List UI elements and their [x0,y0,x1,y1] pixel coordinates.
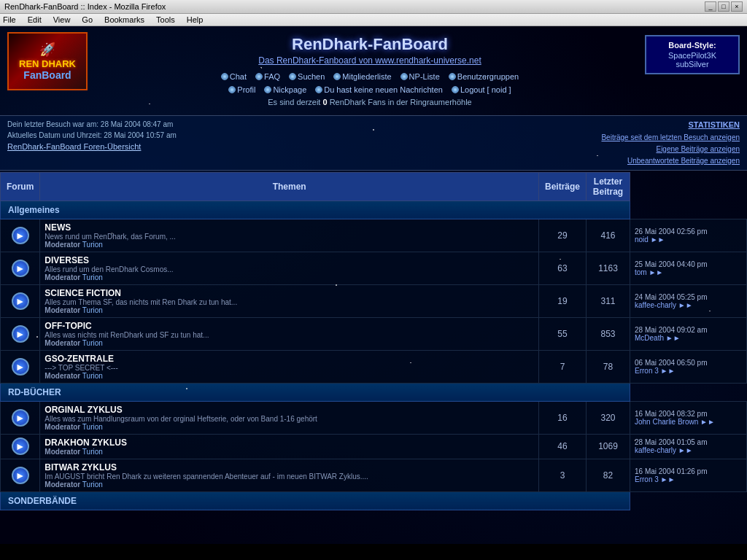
menu-edit[interactable]: Edit [28,15,42,24]
forum-desc: News rund um RenDhark, das Forum, ... [44,233,534,241]
moderator-link[interactable]: Turion [82,241,103,249]
last-visit-text: Dein letzter Besuch war am: 28 Mai 2004 … [7,119,177,130]
statistics-link[interactable]: STATISTIKEN [689,120,740,129]
menu-file[interactable]: File [3,15,16,24]
nav-np-liste[interactable]: NP-Liste [398,71,443,82]
unanswered-link[interactable]: Unbeantwortete Beiträge anzeigen [627,157,740,165]
last-post-cell: 24 Mai 2004 05:25 pm kaffee-charly ►► [630,284,747,317]
nav-dot-nachrichten [315,86,322,93]
forum-icon-cell: ► [1,284,40,317]
nav-dot-faq [255,73,263,80]
menu-go[interactable]: Go [82,15,93,24]
arrow-icon: ► [15,361,26,373]
post-arrow: ►► [661,367,676,375]
nav-suchen[interactable]: Suchen [286,71,328,82]
own-posts-link[interactable]: Eigene Beiträge anzeigen [656,145,740,153]
logo-text-line2: FanBoard [23,69,71,81]
menu-bookmarks[interactable]: Bookmarks [104,15,144,24]
forum-name[interactable]: DRAKHON ZYKLUS [44,438,534,448]
menu-view[interactable]: View [53,15,71,24]
forum-name[interactable]: GSO-ZENTRALE [44,354,534,364]
beitraege-count: 1163 [587,252,630,284]
new-posts-link[interactable]: Beiträge seit dem letzten Besuch anzeige… [601,133,740,141]
last-post-user-link[interactable]: John Charlie Brown [635,418,698,426]
table-row: ► ORGINAL ZYKLUS Alles was zum Handlungs… [1,401,747,434]
nav-dot-suchen [289,73,296,80]
section-header-rd-b-cher: RD-BÜCHER [1,383,747,401]
site-subtitle[interactable]: Das RenDhark-Fanboard von www.rendhark-u… [102,55,638,66]
forum-name[interactable]: ORGINAL ZYKLUS [44,405,534,415]
nav-logout[interactable]: Logout [ noid ] [449,85,514,95]
nav-nickpage[interactable]: Nickpage [261,85,309,95]
forum-moderator: Moderator Turion [44,339,534,347]
nav-logout-label: Logout [ noid ] [460,85,511,94]
forum-icon-cell: ► [1,401,40,434]
last-post-user-link[interactable]: Erron 3 [635,475,659,483]
maximize-button[interactable]: □ [718,1,729,12]
forum-table: Forum Themen Beiträge Letzter Beitrag Al… [0,172,747,510]
forum-icon: ► [12,260,29,277]
moderator-link[interactable]: Turion [82,372,103,380]
themen-count: 46 [538,434,586,459]
forum-name[interactable]: BITWAR ZYKLUS [44,462,534,472]
beitraege-count: 82 [587,459,630,491]
beitraege-count: 320 [587,401,630,434]
forum-info-cell: OFF-TOPIC Alles was nichts mit RenDhark … [40,317,539,350]
last-post-user-link[interactable]: kaffee-charly [635,446,676,454]
beitraege-count: 1069 [587,434,630,459]
forum-icon-cell: ► [1,434,40,459]
post-arrow: ►► [678,301,693,309]
nav-nickpage-label: Nickpage [273,85,306,94]
nav-chat[interactable]: Chat [218,71,249,82]
nav-profil-label: Profil [237,85,255,94]
forum-name[interactable]: OFF-TOPIC [44,321,534,331]
forum-icon: ► [12,409,29,427]
nav-links-row2: Profil Nickpage Du hast keine neuen Nach… [102,85,638,95]
section-header-sonderb-nde: SONDERBÄNDE [1,491,747,510]
nav-benutzergruppen[interactable]: Benutzergruppen [446,71,522,82]
nav-mitgliederliste[interactable]: Mitgliederliste [330,71,394,82]
board-style-box: Board-Style: SpacePilot3K subSilver [645,35,740,74]
arrow-icon: ► [15,470,26,481]
close-button[interactable]: × [731,1,743,12]
table-row: ► DRAKHON ZYKLUS Moderator Turion 46 106… [1,434,747,459]
forum-name[interactable]: NEWS [44,222,534,233]
last-post-user-link[interactable]: tom [635,268,647,276]
moderator-link[interactable]: Turion [82,448,103,456]
beitraege-count: 853 [587,317,630,350]
nav-nachrichten[interactable]: Du hast keine neuen Nachrichten [312,85,446,95]
moderator-link[interactable]: Turion [82,481,103,489]
forum-desc: Alles zum Thema SF, das nichts mit Ren D… [44,298,534,306]
forum-name[interactable]: SCIENCE FICTION [44,288,534,298]
table-row: ► NEWS News rund um RenDhark, das Forum,… [1,219,747,252]
last-post-user-link[interactable]: McDeath [635,334,664,342]
forum-moderator: Moderator Turion [44,306,534,314]
menu-help[interactable]: Help [187,15,204,24]
nav-profil[interactable]: Profil [225,85,258,95]
forum-name[interactable]: DIVERSES [44,255,534,265]
forum-desc: Im AUGUST bricht Ren Dhark zu weiteren s… [44,472,534,481]
board-style-label: Board-Style: [654,41,731,50]
themen-count: 3 [538,459,586,491]
minimize-button[interactable]: _ [705,1,716,12]
moderator-link[interactable]: Turion [82,339,103,347]
moderator-link[interactable]: Turion [82,423,103,431]
post-arrow: ►► [649,268,663,276]
nav-np-liste-label: NP-Liste [409,72,440,81]
nav-faq[interactable]: FAQ [252,71,283,82]
browser-window-controls[interactable]: _ □ × [705,1,743,12]
nav-links-row1: Chat FAQ Suchen Mitgliederliste NP-Liste [102,71,638,82]
table-header-row: Forum Themen Beiträge Letzter Beitrag [1,172,747,201]
moderator-link[interactable]: Turion [82,306,103,314]
last-post-cell: 06 Mai 2004 06:50 pm Erron 3 ►► [630,350,747,383]
arrow-icon: ► [15,230,26,241]
last-post-user-link[interactable]: Erron 3 [635,367,659,375]
last-post-user-link[interactable]: noid [635,236,649,244]
forum-icon-cell: ► [1,459,40,491]
moderator-link[interactable]: Turion [82,273,103,281]
nav-suchen-label: Suchen [298,72,325,81]
menu-tools[interactable]: Tools [156,15,175,24]
site-title: RenDhark-FanBoard [102,35,638,54]
last-post-user-link[interactable]: kaffee-charly [635,301,676,309]
forum-overview-link[interactable]: RenDhark-FanBoard Foren-Übersicht [7,142,141,151]
